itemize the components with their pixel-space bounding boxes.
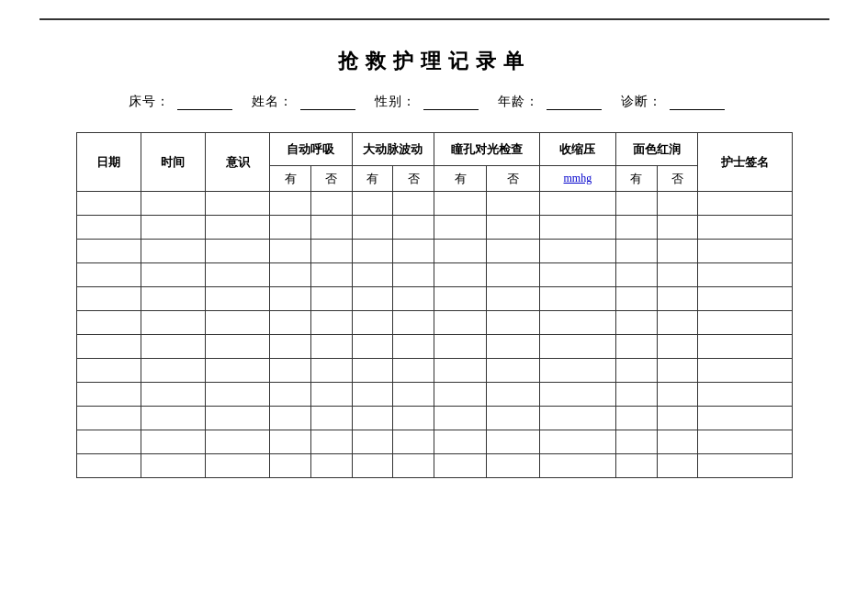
time-cell: [141, 311, 205, 335]
table-row: [76, 454, 792, 478]
face-yes-cell: [615, 359, 657, 383]
col-date-header: 日期: [76, 133, 141, 192]
col-bp-unit: mmhg: [539, 166, 615, 192]
table-row: [76, 359, 792, 383]
gender-value: [423, 95, 479, 110]
gender-label: 性别：: [375, 95, 416, 108]
bp-cell: [539, 287, 615, 311]
pupil-yes-cell: [434, 430, 486, 454]
date-cell: [76, 407, 141, 430]
nurse-cell: [698, 335, 792, 359]
time-cell: [141, 263, 205, 287]
age-label: 年龄：: [498, 95, 539, 108]
time-cell: [141, 407, 205, 430]
face-yes-cell: [615, 287, 657, 311]
col-bp-header: 收缩压: [539, 133, 615, 166]
pupil-no-cell: [487, 240, 539, 263]
time-cell: [141, 359, 205, 383]
pupil-yes-cell: [434, 383, 486, 407]
pulse-yes-cell: [352, 383, 393, 407]
date-cell: [76, 240, 141, 263]
face-yes-cell: [615, 263, 657, 287]
date-cell: [76, 192, 141, 216]
date-cell: [76, 430, 141, 454]
diagnosis-value: [670, 95, 725, 110]
face-no-cell: [657, 430, 698, 454]
table-row: [76, 430, 792, 454]
nurse-cell: [698, 263, 792, 287]
pulse-no-cell: [393, 335, 434, 359]
col-pupil-header: 瞳孔对光检查: [434, 133, 539, 166]
pupil-yes-cell: [434, 335, 486, 359]
col-face-no: 否: [657, 166, 698, 192]
page-title: 抢救护理记录单: [76, 48, 793, 75]
nurse-cell: [698, 454, 792, 478]
face-no-cell: [657, 454, 698, 478]
consciousness-cell: [205, 430, 269, 454]
pulse-no-cell: [393, 240, 434, 263]
consciousness-cell: [205, 216, 269, 240]
pupil-yes-cell: [434, 216, 486, 240]
bp-cell: [539, 430, 615, 454]
consciousness-cell: [205, 335, 269, 359]
bp-cell: [539, 263, 615, 287]
pupil-no-cell: [487, 263, 539, 287]
face-no-cell: [657, 335, 698, 359]
pulse-yes-cell: [352, 216, 393, 240]
face-no-cell: [657, 192, 698, 216]
bp-cell: [539, 240, 615, 263]
consciousness-cell: [205, 311, 269, 335]
breathing-yes-cell: [270, 287, 311, 311]
bp-cell: [539, 192, 615, 216]
col-pulse-yes: 有: [352, 166, 393, 192]
breathing-no-cell: [310, 335, 352, 359]
pulse-yes-cell: [352, 240, 393, 263]
face-yes-cell: [615, 192, 657, 216]
pupil-no-cell: [487, 359, 539, 383]
consciousness-cell: [205, 287, 269, 311]
bp-cell: [539, 311, 615, 335]
date-cell: [76, 335, 141, 359]
pulse-yes-cell: [352, 192, 393, 216]
pupil-no-cell: [487, 287, 539, 311]
table-row: [76, 335, 792, 359]
breathing-yes-cell: [270, 383, 311, 407]
pulse-yes-cell: [352, 359, 393, 383]
pulse-yes-cell: [352, 311, 393, 335]
breathing-yes-cell: [270, 311, 311, 335]
bp-cell: [539, 335, 615, 359]
pupil-yes-cell: [434, 287, 486, 311]
pupil-no-cell: [487, 383, 539, 407]
breathing-yes-cell: [270, 407, 311, 430]
time-cell: [141, 454, 205, 478]
face-no-cell: [657, 407, 698, 430]
col-pulse-no: 否: [393, 166, 434, 192]
pulse-no-cell: [393, 454, 434, 478]
bp-cell: [539, 407, 615, 430]
date-cell: [76, 454, 141, 478]
col-breathing-no: 否: [310, 166, 352, 192]
date-cell: [76, 287, 141, 311]
breathing-yes-cell: [270, 263, 311, 287]
table-row: [76, 383, 792, 407]
col-face-header: 面色红润: [615, 133, 697, 166]
consciousness-cell: [205, 383, 269, 407]
col-nurse-header: 护士签名: [698, 133, 792, 192]
date-cell: [76, 359, 141, 383]
table-body: [76, 192, 792, 478]
pulse-no-cell: [393, 359, 434, 383]
pupil-yes-cell: [434, 263, 486, 287]
nurse-cell: [698, 192, 792, 216]
date-cell: [76, 263, 141, 287]
pulse-no-cell: [393, 430, 434, 454]
breathing-yes-cell: [270, 359, 311, 383]
diagnosis-label: 诊断：: [621, 95, 662, 108]
pupil-no-cell: [487, 430, 539, 454]
bp-cell: [539, 454, 615, 478]
time-cell: [141, 335, 205, 359]
bp-cell: [539, 383, 615, 407]
patient-info: 床号： 姓名： 性别： 年龄： 诊断：: [76, 94, 793, 110]
breathing-no-cell: [310, 287, 352, 311]
face-yes-cell: [615, 454, 657, 478]
pulse-no-cell: [393, 383, 434, 407]
